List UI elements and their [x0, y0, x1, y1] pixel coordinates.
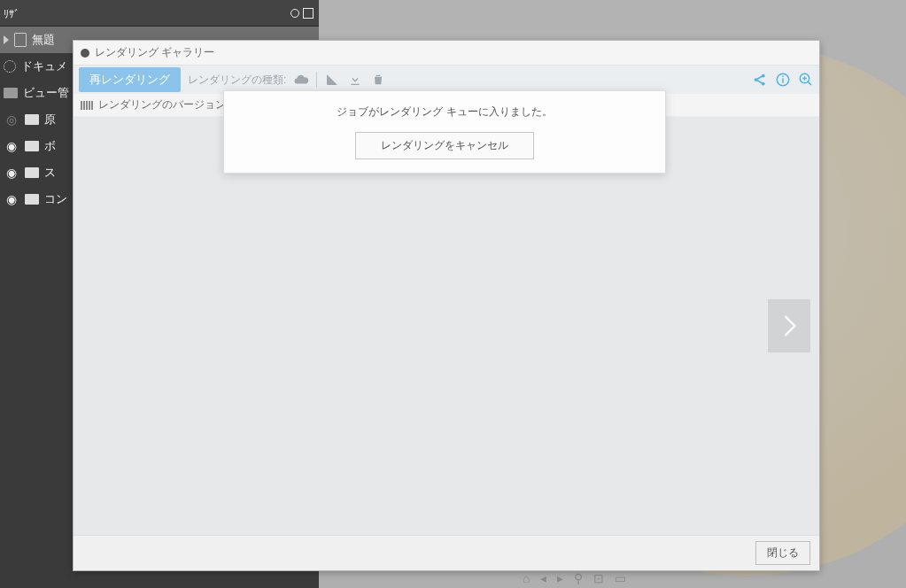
toolbar-icon[interactable]: ⌂ [523, 571, 530, 585]
cancel-rendering-button[interactable]: レンダリングをキャンセル [355, 132, 534, 159]
layers-panel-header: ﾘｻﾞ [0, 0, 319, 27]
cloud-icon[interactable] [293, 72, 309, 88]
toolbar-icon[interactable]: ▸ [557, 571, 563, 585]
popup-message: ジョブがレンダリング キューに入りました。 [337, 104, 552, 120]
exposure-icon[interactable] [324, 72, 340, 88]
queue-popup: ジョブがレンダリング キューに入りました。 レンダリングをキャンセル [223, 90, 666, 174]
folder-icon [4, 88, 18, 98]
folder-icon [25, 167, 39, 178]
layer-label: ス [44, 165, 56, 181]
layer-label: 無題 [32, 32, 55, 48]
trash-icon[interactable] [370, 72, 386, 88]
layers-title-text: ﾘｻﾞ [0, 8, 19, 20]
dialog-title-text: レンダリング ギャラリー [95, 45, 214, 60]
dialog-titlebar[interactable]: レンダリング ギャラリー [74, 41, 819, 66]
layer-label: ボ [44, 138, 56, 154]
close-button[interactable]: 閉じる [755, 541, 810, 565]
svg-rect-5 [782, 79, 784, 83]
divider [316, 72, 317, 88]
expand-triangle-icon[interactable] [4, 35, 9, 44]
next-arrow-button[interactable] [768, 299, 810, 352]
layer-label: ドキュメ [21, 58, 67, 74]
info-icon[interactable] [775, 72, 791, 88]
toolbar-icon[interactable]: ▭ [615, 571, 626, 585]
toolbar-icon[interactable]: ⚲ [574, 571, 583, 585]
gear-icon[interactable] [4, 60, 16, 73]
folder-icon [25, 194, 39, 205]
folder-icon [25, 141, 39, 151]
rerender-button[interactable]: 再レンダリング [79, 67, 181, 92]
layer-label: コン [44, 191, 67, 207]
folder-icon [25, 114, 39, 125]
layers-title: ﾘｻﾞ [0, 5, 285, 21]
hidden-eye-icon[interactable]: ◎ [4, 112, 19, 128]
gallery-body [74, 117, 819, 535]
title-dot-icon [81, 49, 89, 58]
eye-icon[interactable]: ◉ [4, 165, 19, 181]
toolbar-icon[interactable]: ◂ [540, 571, 546, 585]
svg-rect-6 [782, 76, 784, 78]
bottom-toolbar: ⌂ ◂ ▸ ⚲ ⊡ ▭ [523, 569, 626, 588]
share-icon[interactable] [752, 72, 768, 88]
dialog-footer: 閉じる [74, 535, 819, 570]
layer-label: ビュー管 [23, 85, 69, 101]
page-icon [14, 33, 27, 47]
toolbar-icon[interactable]: ⊡ [593, 571, 604, 585]
version-label: レンダリングのバージョン [98, 97, 226, 112]
rendering-type-label: レンダリングの種類: [188, 73, 286, 88]
expand-icon[interactable] [303, 8, 314, 19]
zoom-in-icon[interactable] [798, 72, 814, 88]
eye-icon[interactable]: ◉ [4, 138, 19, 154]
minus-circle-icon[interactable] [290, 9, 299, 18]
layer-label: 原 [44, 112, 56, 128]
bars-icon [81, 101, 93, 110]
header-controls [285, 8, 319, 19]
download-icon[interactable] [347, 72, 363, 88]
eye-icon[interactable]: ◉ [4, 191, 19, 207]
